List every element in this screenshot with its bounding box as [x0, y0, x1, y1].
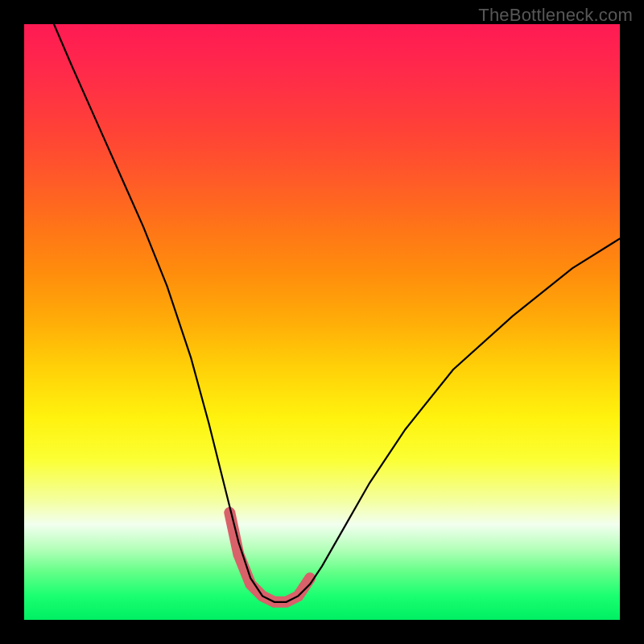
watermark-label: TheBottleneck.com — [478, 5, 633, 26]
chart-frame: TheBottleneck.com — [0, 0, 644, 644]
optimal-zone-highlight — [229, 513, 310, 602]
bottleneck-curve — [54, 24, 620, 602]
chart-svg — [24, 24, 620, 620]
plot-area — [24, 24, 620, 620]
